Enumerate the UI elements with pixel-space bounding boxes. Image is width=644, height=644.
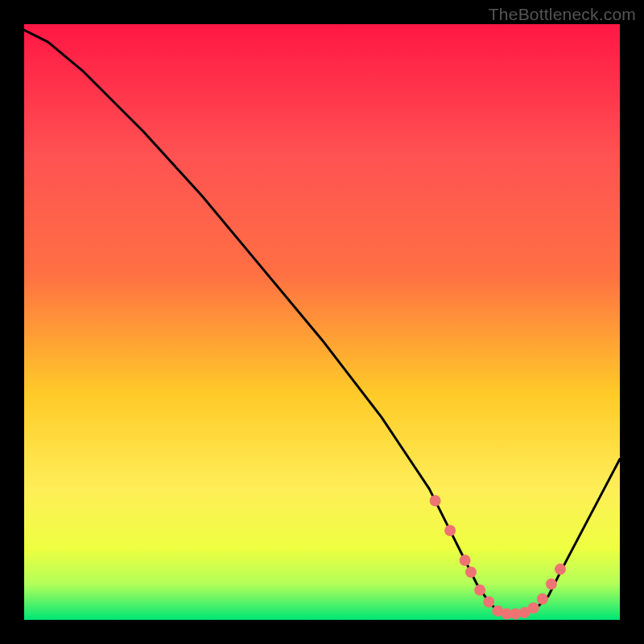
marker-dot xyxy=(460,555,471,566)
chart-frame: TheBottleneck.com xyxy=(0,0,644,644)
marker-dot xyxy=(483,597,494,608)
marker-dot xyxy=(474,584,485,596)
watermark-text: TheBottleneck.com xyxy=(489,5,636,24)
marker-dot xyxy=(430,495,441,506)
marker-dot xyxy=(555,564,566,575)
chart-svg xyxy=(24,24,620,620)
marker-dot xyxy=(537,593,548,605)
plot-area xyxy=(24,24,620,620)
marker-dot xyxy=(465,567,477,578)
gradient-background xyxy=(24,24,620,620)
marker-dot xyxy=(546,579,557,590)
marker-dot xyxy=(528,602,539,613)
marker-dot xyxy=(444,525,456,536)
